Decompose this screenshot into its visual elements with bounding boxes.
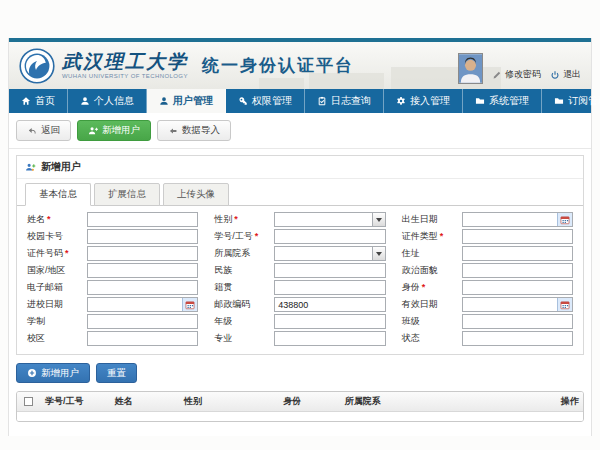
text-input[interactable] — [274, 331, 385, 346]
field-label: 有效日期 — [402, 298, 462, 311]
text-input[interactable] — [87, 280, 198, 295]
form-field: 电子邮箱 — [27, 280, 198, 295]
text-input[interactable] — [274, 280, 385, 295]
nav-item[interactable]: 系统管理 — [463, 89, 542, 113]
nav-item[interactable]: 权限管理 — [226, 89, 305, 113]
field-label: 年级 — [214, 315, 274, 328]
data-import-label: 数据导入 — [182, 124, 220, 137]
nav-item-label: 用户管理 — [173, 94, 213, 108]
text-input[interactable] — [462, 331, 573, 346]
form-field: 证件号码* — [27, 246, 198, 261]
text-input[interactable] — [274, 314, 385, 329]
building-silhouette — [259, 78, 304, 89]
required-asterisk: * — [234, 214, 238, 224]
select-input[interactable] — [274, 246, 385, 261]
dropdown-button[interactable] — [372, 213, 385, 226]
field-label: 校园卡号 — [27, 230, 87, 243]
table-header-cell: 姓名 — [110, 395, 180, 408]
form-field: 国家/地区 — [27, 263, 198, 278]
text-input[interactable] — [462, 280, 573, 295]
reset-button[interactable]: 重置 — [96, 363, 137, 383]
user-icon — [80, 96, 90, 106]
plus-circle-icon — [27, 368, 37, 378]
nav-item-label: 权限管理 — [252, 94, 292, 108]
users-table-header: 学号/工号姓名性别身份所属院系操作 — [17, 392, 583, 412]
nav-item[interactable]: 首页 — [9, 89, 68, 113]
add-user-toolbar-button[interactable]: 新增用户 — [77, 120, 151, 141]
calendar-icon — [185, 300, 195, 310]
nav-item-label: 首页 — [35, 94, 55, 108]
date-input[interactable] — [462, 212, 573, 227]
tab-bar: 基本信息扩展信息上传头像 — [17, 179, 583, 206]
form-field: 出生日期 — [402, 212, 573, 227]
field-value: 438800 — [275, 300, 311, 310]
text-input[interactable] — [462, 314, 573, 329]
submit-add-user-label: 新增用户 — [41, 367, 79, 380]
text-input[interactable] — [274, 263, 385, 278]
date-input[interactable] — [462, 297, 573, 312]
field-label: 电子邮箱 — [27, 281, 87, 294]
text-input[interactable] — [87, 246, 198, 261]
new-user-form: 姓名*性别*出生日期校园卡号学号/工号*证件类型*证件号码*所属院系住址国家/地… — [17, 206, 583, 354]
text-input[interactable] — [87, 331, 198, 346]
back-label: 返回 — [41, 124, 60, 137]
field-label: 邮政编码 — [214, 298, 274, 311]
tab-label: 基本信息 — [39, 188, 77, 199]
change-password-link[interactable]: 修改密码 — [492, 68, 541, 81]
chevron-down-icon — [376, 218, 382, 222]
field-label: 证件类型* — [402, 230, 462, 243]
field-label: 国家/地区 — [27, 264, 87, 277]
nav-item-label: 订阅管理 — [568, 94, 600, 108]
panel-title: 新增用户 — [17, 156, 583, 179]
nav-item[interactable]: 接入管理 — [384, 89, 463, 113]
text-input[interactable] — [462, 263, 573, 278]
back-button[interactable]: 返回 — [16, 120, 71, 141]
text-input[interactable] — [462, 246, 573, 261]
field-label: 籍贯 — [214, 281, 274, 294]
date-input[interactable] — [87, 297, 198, 312]
tab[interactable]: 基本信息 — [25, 183, 91, 206]
text-input[interactable] — [462, 229, 573, 244]
text-input[interactable]: 438800 — [274, 297, 385, 312]
nav-item[interactable]: 用户管理 — [147, 89, 226, 113]
nav-item[interactable]: 个人信息 — [68, 89, 147, 113]
datepicker-button[interactable] — [182, 298, 197, 311]
field-label: 民族 — [214, 264, 274, 277]
form-field: 状态 — [402, 331, 573, 346]
text-input[interactable] — [87, 212, 198, 227]
text-input[interactable] — [87, 314, 198, 329]
app-window: 武汉理工大学 WUHAN UNIVERSITY OF TECHNOLOGY 统一… — [8, 38, 592, 436]
form-field: 证件类型* — [402, 229, 573, 244]
field-label: 状态 — [402, 332, 462, 345]
text-input[interactable] — [87, 263, 198, 278]
nav-item[interactable]: 日志查询 — [305, 89, 384, 113]
toolbar: 返回 新增用户 数据导入 — [9, 113, 591, 149]
select-all-checkbox[interactable] — [24, 397, 33, 406]
required-asterisk: * — [65, 248, 69, 258]
nav-item-label: 系统管理 — [489, 94, 529, 108]
reset-label: 重置 — [107, 367, 126, 380]
datepicker-button[interactable] — [557, 213, 572, 226]
field-label: 学制 — [27, 315, 87, 328]
logout-link[interactable]: 退出 — [550, 68, 581, 81]
tab[interactable]: 上传头像 — [163, 183, 229, 206]
text-input[interactable] — [87, 229, 198, 244]
datepicker-button[interactable] — [557, 298, 572, 311]
nav-item[interactable]: 订阅管理 — [542, 89, 600, 113]
user-icon — [159, 96, 169, 106]
field-label: 姓名* — [27, 213, 87, 226]
data-import-button[interactable]: 数据导入 — [157, 120, 231, 141]
add-user-toolbar-label: 新增用户 — [102, 124, 140, 137]
form-field: 籍贯 — [214, 280, 385, 295]
dropdown-button[interactable] — [372, 247, 385, 260]
submit-add-user-button[interactable]: 新增用户 — [16, 363, 90, 383]
field-label: 校区 — [27, 332, 87, 345]
main-nav: 首页个人信息用户管理权限管理日志查询接入管理系统管理订阅管理 — [9, 89, 591, 113]
text-input[interactable] — [274, 229, 385, 244]
select-input[interactable] — [274, 212, 385, 227]
form-field: 政治面貌 — [402, 263, 573, 278]
import-arrow-icon — [168, 126, 178, 136]
add-user-color-icon — [25, 162, 36, 173]
key-icon — [238, 96, 248, 106]
tab[interactable]: 扩展信息 — [94, 183, 160, 206]
